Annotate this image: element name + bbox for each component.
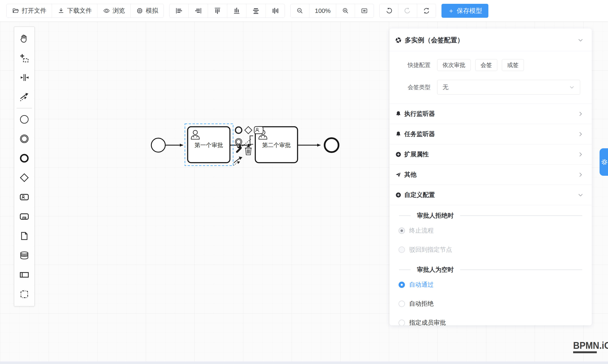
append-user-task-icon[interactable] bbox=[254, 127, 263, 134]
divider bbox=[389, 205, 592, 205]
radio-designated-member[interactable]: 指定成员审批 bbox=[398, 313, 592, 325]
download-icon bbox=[57, 7, 65, 14]
chevron-down-icon[interactable] bbox=[577, 37, 584, 43]
redo-button[interactable] bbox=[398, 4, 417, 17]
empty-section-title: 审批人为空时 bbox=[399, 266, 582, 274]
reset-zoom-icon bbox=[423, 7, 430, 14]
or-sign-button[interactable]: 或签 bbox=[502, 59, 524, 71]
redo-icon bbox=[404, 7, 411, 14]
panel-header[interactable]: 多实例（会签配置） bbox=[389, 28, 592, 51]
create-user-task[interactable] bbox=[14, 187, 35, 207]
quick-config-row: 快捷配置 依次审批 会签 或签 bbox=[389, 51, 592, 74]
task-first-approval[interactable]: 第一个审批 bbox=[188, 127, 230, 163]
sequential-approval-button[interactable]: 依次审批 bbox=[437, 59, 471, 71]
task2-label: 第二个审批 bbox=[262, 142, 291, 148]
align-center-vertical-icon bbox=[271, 7, 279, 15]
create-participant[interactable] bbox=[14, 265, 35, 285]
align-top-button[interactable] bbox=[208, 4, 227, 17]
radio-terminate-process[interactable]: 终止流程 bbox=[398, 221, 592, 240]
save-model-button[interactable]: ＋ 保存模型 bbox=[441, 4, 488, 18]
sign-type-row: 会签类型 无 bbox=[389, 74, 592, 104]
zoom-in-button[interactable] bbox=[336, 4, 355, 17]
global-connect-tool[interactable] bbox=[14, 87, 35, 107]
create-gateway[interactable] bbox=[14, 168, 35, 187]
connect-tool-icon[interactable] bbox=[234, 156, 242, 165]
section-execution-listener[interactable]: 执行监听器 bbox=[389, 104, 592, 124]
zoom-level-button[interactable]: 100% bbox=[309, 4, 336, 17]
trash-icon[interactable] bbox=[245, 146, 252, 155]
sign-type-label: 会签类型 bbox=[408, 83, 433, 91]
chevron-down-icon bbox=[569, 84, 575, 90]
fit-viewport-button[interactable] bbox=[355, 4, 374, 17]
toolbar: 打开文件 下载文件 浏览 模拟 bbox=[0, 0, 608, 22]
create-group[interactable] bbox=[14, 285, 35, 304]
radio-icon bbox=[398, 247, 405, 253]
align-right-button[interactable] bbox=[188, 4, 208, 17]
radio-auto-pass[interactable]: 自动通过 bbox=[398, 275, 592, 294]
download-file-label: 下载文件 bbox=[67, 7, 92, 15]
bell-icon bbox=[395, 131, 402, 138]
simulate-label: 模拟 bbox=[146, 7, 158, 15]
download-file-button[interactable]: 下载文件 bbox=[52, 4, 97, 17]
multi-instance-icon bbox=[395, 37, 402, 43]
palette-separator bbox=[17, 108, 32, 108]
sign-type-select[interactable]: 无 bbox=[437, 80, 580, 95]
radio-icon bbox=[398, 320, 405, 325]
text-annotation-icon[interactable] bbox=[250, 136, 253, 144]
hand-tool[interactable] bbox=[14, 29, 35, 48]
create-intermediate-event[interactable] bbox=[14, 129, 35, 148]
end-event[interactable] bbox=[325, 138, 339, 152]
reject-section-title: 审批人拒绝时 bbox=[399, 211, 582, 220]
radio-icon bbox=[398, 301, 405, 307]
start-event-icon bbox=[19, 114, 29, 124]
align-top-icon bbox=[213, 7, 222, 15]
align-left-button[interactable] bbox=[170, 4, 188, 17]
create-subprocess[interactable] bbox=[14, 207, 35, 226]
align-center-horizontal-button[interactable] bbox=[246, 4, 265, 17]
append-end-event-icon[interactable] bbox=[236, 127, 242, 133]
bpmn-io-logo[interactable]: BPMN.iO bbox=[573, 340, 608, 353]
simulate-button[interactable]: 模拟 bbox=[130, 4, 164, 17]
quick-config-label: 快捷配置 bbox=[408, 61, 433, 69]
gear-icon bbox=[601, 158, 608, 166]
open-file-button[interactable]: 打开文件 bbox=[7, 4, 52, 17]
align-bottom-button[interactable] bbox=[227, 4, 246, 17]
properties-panel: 多实例（会签配置） 快捷配置 依次审批 会签 或签 会签类型 无 执行监听器 bbox=[389, 28, 592, 325]
lasso-tool[interactable] bbox=[14, 48, 35, 68]
section-custom-config[interactable]: 自定义配置 bbox=[389, 185, 592, 205]
append-gateway-icon[interactable] bbox=[245, 127, 252, 134]
align-center-vertical-button[interactable] bbox=[265, 4, 285, 17]
create-data-store[interactable] bbox=[14, 246, 35, 265]
countersign-button[interactable]: 会签 bbox=[475, 59, 497, 71]
reset-zoom-button[interactable] bbox=[417, 4, 436, 17]
task1-label: 第一个审批 bbox=[195, 142, 223, 148]
preview-button[interactable]: 浏览 bbox=[97, 4, 130, 17]
data-object-icon bbox=[19, 231, 29, 241]
section-task-listener[interactable]: 任务监听器 bbox=[389, 124, 592, 144]
space-tool[interactable] bbox=[14, 68, 35, 87]
fit-viewport-icon bbox=[360, 7, 368, 14]
subprocess-icon bbox=[19, 211, 29, 221]
undo-button[interactable] bbox=[380, 4, 398, 17]
hand-tool-icon bbox=[19, 34, 29, 44]
align-left-icon bbox=[175, 7, 183, 15]
plus-circle-icon bbox=[395, 151, 402, 158]
zoom-out-button[interactable] bbox=[291, 4, 309, 17]
create-start-event[interactable] bbox=[14, 110, 35, 129]
palette bbox=[14, 27, 35, 306]
intermediate-event-icon bbox=[19, 134, 29, 144]
gateway-icon bbox=[19, 173, 29, 183]
chip-icon bbox=[136, 7, 143, 14]
global-connect-icon bbox=[19, 92, 29, 102]
align-right-icon bbox=[194, 7, 202, 15]
settings-tab[interactable] bbox=[600, 148, 608, 176]
create-data-object[interactable] bbox=[14, 226, 35, 246]
create-end-event[interactable] bbox=[14, 148, 35, 168]
radio-auto-reject[interactable]: 自动拒绝 bbox=[398, 294, 592, 313]
lasso-tool-icon bbox=[19, 53, 29, 63]
start-event[interactable] bbox=[151, 138, 165, 152]
open-file-label: 打开文件 bbox=[22, 7, 46, 15]
section-other[interactable]: 其他 bbox=[389, 164, 592, 185]
section-extended-properties[interactable]: 扩展属性 bbox=[389, 144, 592, 164]
radio-return-to-node[interactable]: 驳回到指定节点 bbox=[398, 240, 592, 259]
